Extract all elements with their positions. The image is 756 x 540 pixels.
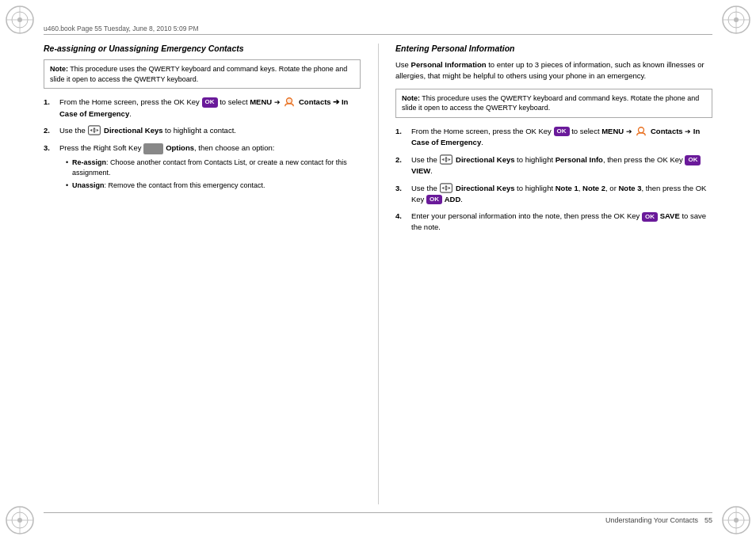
- step-1-content: From the Home screen, press the OK Key O…: [59, 97, 361, 119]
- svg-marker-39: [449, 186, 451, 189]
- svg-marker-25: [90, 129, 93, 132]
- right-note-text: This procedure uses the QWERTY keyboard …: [402, 94, 699, 112]
- r-ok-key-2: OK: [685, 155, 701, 165]
- r-step-3-content: Use the Directional Keys to highlight No…: [411, 183, 712, 205]
- dir-keys-label-1: Directional Keys: [104, 126, 162, 135]
- r-arrow-1: ➔: [626, 127, 635, 135]
- r-contacts-label: Contacts: [651, 127, 685, 135]
- r-view-label: VIEW: [411, 166, 430, 175]
- r-dir-key-1: [439, 154, 453, 165]
- r-arrow-2: ➔: [685, 127, 693, 135]
- svg-marker-32: [442, 158, 445, 162]
- r-ok-key-4: OK: [642, 212, 658, 222]
- r-step-2-content: Use the Directional Keys to highlight Pe…: [411, 154, 712, 177]
- directional-key-icon-1: [87, 125, 101, 135]
- r-step-3-num: 3.: [395, 183, 407, 205]
- left-steps: 1. From the Home screen, press the OK Ke…: [44, 97, 361, 193]
- right-step-2: 2. Use the Directional Keys to highlight…: [395, 154, 712, 177]
- r-dir-keys-label-2: Directional Keys: [456, 184, 514, 192]
- page-info: u460.book Page 55 Tuesday, June 8, 2010 …: [44, 25, 199, 32]
- step-3-num: 3.: [44, 143, 55, 192]
- options-key: [143, 143, 163, 154]
- note2-label: Note 2: [582, 184, 605, 192]
- r-contacts-icon: [634, 126, 648, 137]
- svg-point-34: [445, 158, 448, 161]
- r-menu-label: MENU: [601, 127, 624, 135]
- r-save-label: SAVE: [660, 211, 680, 220]
- right-column: Entering Personal Information Use Person…: [389, 44, 712, 504]
- r-step-1-num: 1.: [395, 126, 407, 148]
- content-area: Re-assigning or Unassigning Emergency Co…: [44, 44, 712, 504]
- right-note-label: Note:: [402, 94, 420, 102]
- step-2-num: 2.: [44, 125, 55, 136]
- corner-decoration-bl: [5, 505, 35, 535]
- right-step-3: 3. Use the Directional Keys to highlight…: [395, 183, 712, 205]
- svg-rect-21: [288, 98, 292, 102]
- corner-decoration-tr: [721, 5, 751, 35]
- step-3-content: Press the Right Soft Key Options, then c…: [59, 143, 361, 192]
- note3-label: Note 3: [618, 184, 641, 192]
- footer: Understanding Your Contacts 55: [44, 512, 712, 524]
- bullet-reassign: Re-assign: Choose another contact from C…: [66, 158, 361, 178]
- r-step-2-num: 2.: [395, 154, 407, 177]
- svg-point-40: [445, 187, 448, 189]
- corner-decoration-br: [721, 505, 751, 535]
- corner-decoration-tl: [5, 5, 35, 35]
- options-label: Options: [166, 143, 194, 152]
- unassign-label: Unassign: [72, 181, 105, 189]
- left-step-2: 2. Use the Directional Keys to highlight…: [44, 125, 361, 136]
- step-1-num: 1.: [44, 97, 55, 119]
- reassign-label: Re-assign: [72, 158, 106, 166]
- arrow-1: ➔: [274, 98, 283, 106]
- left-column: Re-assigning or Unassigning Emergency Co…: [44, 44, 367, 504]
- svg-point-4: [17, 17, 22, 22]
- step-2-content: Use the Directional Keys to highlight a …: [59, 125, 361, 136]
- left-step-1: 1. From the Home screen, press the OK Ke…: [44, 97, 361, 119]
- personal-info-label: Personal Information: [411, 60, 487, 69]
- r-dir-keys-label: Directional Keys: [456, 155, 514, 164]
- contacts-label-1: Contacts ➔: [299, 97, 342, 106]
- right-step-1: 1. From the Home screen, press the OK Ke…: [395, 126, 712, 148]
- bullet-unassign: Unassign: Remove the contact from this e…: [66, 181, 361, 191]
- svg-point-14: [17, 518, 22, 523]
- left-step-3: 3. Press the Right Soft Key Options, the…: [44, 143, 361, 192]
- menu-label: MENU: [250, 97, 272, 106]
- svg-point-27: [94, 130, 96, 132]
- footer-page: 55: [704, 516, 712, 524]
- page: u460.book Page 55 Tuesday, June 8, 2010 …: [0, 0, 756, 540]
- left-section-title: Re-assigning or Unassigning Emergency Co…: [44, 44, 361, 53]
- personal-info-highlight: Personal Info: [556, 155, 603, 164]
- contacts-icon-1: [282, 97, 296, 108]
- ok-key-icon: OK: [202, 97, 218, 107]
- left-note-box: Note: This procedure uses the QWERTY key…: [44, 59, 361, 89]
- r-ok-key-1: OK: [554, 127, 570, 136]
- r-step-4-num: 4.: [395, 211, 407, 233]
- svg-point-9: [734, 17, 739, 22]
- left-note-label: Note:: [50, 65, 68, 73]
- svg-marker-33: [449, 158, 451, 162]
- svg-marker-38: [442, 186, 445, 189]
- r-step-4-content: Enter your personal information into the…: [411, 211, 712, 233]
- right-note-box: Note: This procedure uses the QWERTY key…: [395, 89, 712, 118]
- option-bullets: Re-assign: Choose another contact from C…: [59, 158, 361, 191]
- r-ok-key-3: OK: [426, 195, 442, 204]
- right-step-4: 4. Enter your personal information into …: [395, 211, 712, 233]
- note1-label: Note 1: [556, 184, 578, 192]
- right-steps: 1. From the Home screen, press the OK Ke…: [395, 126, 712, 233]
- right-section-title: Entering Personal Information: [395, 44, 712, 53]
- svg-point-19: [734, 518, 739, 523]
- r-step-1-content: From the Home screen, press the OK Key O…: [411, 126, 712, 148]
- left-note-text: This procedure uses the QWERTY keyboard …: [50, 65, 347, 83]
- svg-point-28: [639, 127, 644, 133]
- svg-marker-26: [97, 129, 99, 132]
- footer-text: Understanding Your Contacts: [605, 516, 698, 524]
- right-intro: Use Personal Information to enter up to …: [395, 59, 712, 82]
- r-add-label: ADD: [445, 195, 461, 203]
- top-bar: u460.book Page 55 Tuesday, June 8, 2010 …: [44, 24, 712, 35]
- r-dir-key-2: [439, 183, 453, 193]
